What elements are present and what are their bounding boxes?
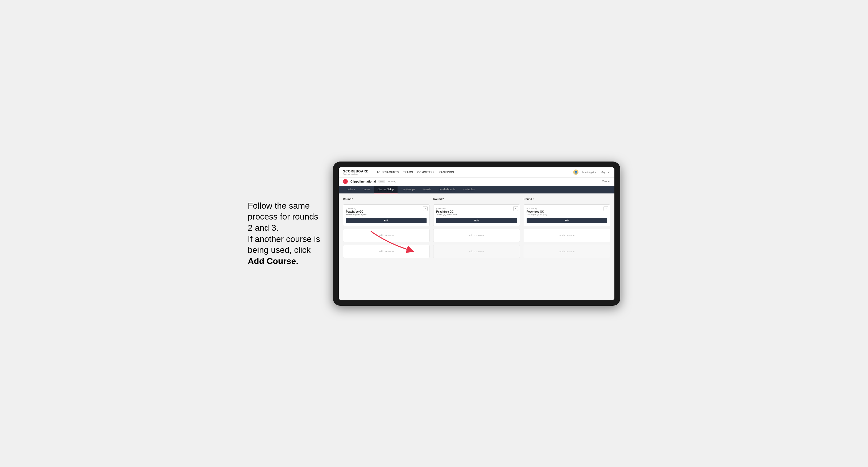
tab-details[interactable]: Details [343, 186, 359, 193]
round-3-delete-button[interactable]: ✕ [603, 206, 608, 211]
nav-committee[interactable]: COMMITTEE [417, 171, 435, 174]
brand-sub: Powered by clippd [343, 173, 369, 175]
round-3-course-details: Yellow (M) (6629 yds) [527, 213, 607, 216]
tablet-screen: SCOREBOARD Powered by clippd TOURNAMENTS… [339, 167, 614, 300]
round-3-course-card: ✕ (Course A) Peachtree GC Yellow (M) (66… [524, 205, 610, 226]
user-email: blair@clippd.io [581, 171, 596, 174]
round-2-column: Round 2 ✕ (Course A) Peachtree GC Yellow… [433, 198, 520, 258]
round-2-add-course-2: Add Course + [433, 245, 520, 258]
user-avatar: 👤 [573, 169, 579, 175]
nav-links: TOURNAMENTS TEAMS COMMITTEE RANKINGS [377, 171, 568, 174]
tab-course-setup[interactable]: Course Setup [374, 186, 398, 193]
round-2-course-name: Peachtree GC [436, 210, 517, 213]
tournament-name: Clippd Invitational [350, 180, 376, 183]
round-1-add-course-2[interactable]: Add Course + [343, 245, 430, 258]
tab-printables[interactable]: Printables [459, 186, 478, 193]
round-3-course-label: (Course A) [527, 207, 607, 210]
round-2-course-label: (Course A) [436, 207, 517, 210]
round-1-delete-button[interactable]: ✕ [423, 206, 428, 211]
round-1-course-details: Yellow (M) (6629 yds) [346, 213, 427, 216]
round-2-title: Round 2 [433, 198, 520, 200]
brand-logo: SCOREBOARD Powered by clippd [343, 169, 369, 175]
round-1-column: Round 1 ✕ (Course A) Peachtree GC Yellow… [343, 198, 430, 258]
round-3-edit-button[interactable]: Edit [527, 218, 607, 223]
round-1-edit-button[interactable]: Edit [346, 218, 427, 223]
tab-results[interactable]: Results [419, 186, 435, 193]
plus-icon-3: + [483, 234, 484, 237]
round-3-course-name: Peachtree GC [527, 210, 607, 213]
tablet-frame: SCOREBOARD Powered by clippd TOURNAMENTS… [333, 161, 620, 306]
tablet-area: SCOREBOARD Powered by clippd TOURNAMENTS… [333, 161, 620, 306]
tournament-bar: C Clippd Invitational Men Hosting Cancel [339, 178, 614, 186]
plus-icon-4: + [483, 250, 484, 253]
round-3-column: Round 3 ✕ (Course A) Peachtree GC Yellow… [524, 198, 610, 258]
sign-out-link[interactable]: Sign out [601, 171, 610, 174]
page-wrapper: Follow the same process for rounds 2 and… [248, 161, 620, 306]
round-2-course-card: ✕ (Course A) Peachtree GC Yellow (M) (66… [433, 205, 520, 226]
nav-rankings[interactable]: RANKINGS [439, 171, 454, 174]
separator: | [599, 171, 599, 174]
round-3-title: Round 3 [524, 198, 610, 200]
round-2-delete-button[interactable]: ✕ [513, 206, 518, 211]
cancel-button[interactable]: Cancel [602, 180, 610, 183]
round-3-add-course-2: Add Course + [524, 245, 610, 258]
hosting-label: Hosting [388, 180, 396, 183]
nav-tournaments[interactable]: TOURNAMENTS [377, 171, 399, 174]
add-course-text-1: Add Course + [379, 234, 394, 237]
nav-right: 👤 blair@clippd.io | Sign out [573, 169, 610, 175]
top-nav: SCOREBOARD Powered by clippd TOURNAMENTS… [339, 167, 614, 178]
tab-tee-groups[interactable]: Tee Groups [398, 186, 419, 193]
plus-icon-6: + [572, 250, 574, 253]
add-course-text-2: Add Course + [379, 250, 394, 253]
round-2-course-details: Yellow (M) (6629 yds) [436, 213, 517, 216]
rounds-grid: Round 1 ✕ (Course A) Peachtree GC Yellow… [343, 198, 610, 258]
round-2-edit-button[interactable]: Edit [436, 218, 517, 223]
plus-icon-5: + [572, 234, 574, 237]
plus-icon-1: + [392, 234, 394, 237]
round-1-title: Round 1 [343, 198, 430, 200]
round-1-course-label: (Course A) [346, 207, 427, 210]
add-course-text-3: Add Course + [469, 234, 484, 237]
brand-name: SCOREBOARD [343, 169, 369, 173]
plus-icon-2: + [392, 250, 394, 253]
tab-teams[interactable]: Teams [359, 186, 374, 193]
add-course-text-4: Add Course + [469, 250, 484, 253]
round-1-course-card: ✕ (Course A) Peachtree GC Yellow (M) (66… [343, 205, 430, 226]
clippd-letter: C [345, 180, 346, 183]
avatar-icon: 👤 [575, 171, 578, 174]
tabs-bar: Details Teams Course Setup Tee Groups Re… [339, 186, 614, 193]
add-course-text-5: Add Course + [559, 234, 575, 237]
round-3-add-course-1[interactable]: Add Course + [524, 229, 610, 242]
add-course-callout: Add Course. [248, 256, 298, 266]
instruction-panel: Follow the same process for rounds 2 and… [248, 200, 322, 267]
round-2-add-course-1[interactable]: Add Course + [433, 229, 520, 242]
round-1-add-course-1[interactable]: Add Course + [343, 229, 430, 242]
gender-badge: Men [378, 180, 385, 183]
tab-leaderboards[interactable]: Leaderboards [435, 186, 459, 193]
clippd-icon: C [343, 179, 348, 184]
round-1-course-name: Peachtree GC [346, 210, 427, 213]
main-content: Round 1 ✕ (Course A) Peachtree GC Yellow… [339, 193, 614, 300]
add-course-text-6: Add Course + [559, 250, 575, 253]
instruction-text-body: Follow the same process for rounds 2 and… [248, 201, 320, 266]
nav-teams[interactable]: TEAMS [403, 171, 413, 174]
